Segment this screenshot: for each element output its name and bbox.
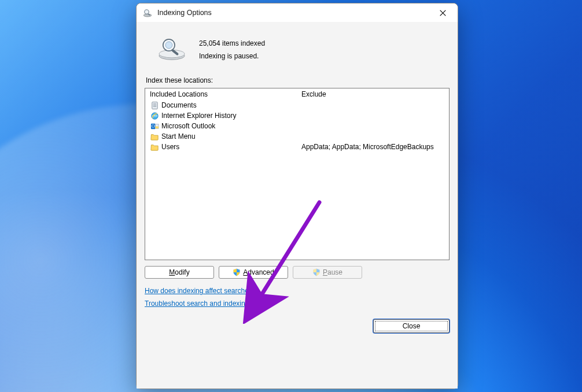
list-headers: Included Locations Exclude xyxy=(145,88,449,100)
svg-point-4 xyxy=(159,50,185,58)
document-icon xyxy=(150,101,159,110)
svg-point-6 xyxy=(165,42,172,49)
svg-point-0 xyxy=(143,14,152,17)
col-header-included[interactable]: Included Locations xyxy=(150,90,301,98)
locations-label: Index these locations: xyxy=(146,76,450,84)
row-name: Internet Explorer History xyxy=(161,112,236,120)
close-button[interactable]: Close xyxy=(373,319,450,333)
items-indexed-text: 25,054 items indexed xyxy=(199,37,265,50)
outlook-icon: O xyxy=(150,121,159,131)
indexing-icon xyxy=(142,8,153,18)
svg-point-1 xyxy=(145,10,149,14)
col-header-exclude[interactable]: Exclude xyxy=(301,90,444,98)
indexing-status-text: Indexing is paused. xyxy=(199,50,265,62)
svg-text:O: O xyxy=(151,124,154,129)
row-name: Documents xyxy=(161,101,197,109)
pause-button: Pause xyxy=(293,266,362,279)
folder-icon xyxy=(150,142,159,151)
button-label: Close xyxy=(403,322,421,330)
help-link[interactable]: How does indexing affect searches? xyxy=(145,287,256,295)
locations-listbox[interactable]: Included Locations Exclude Documents xyxy=(145,88,450,260)
indexing-options-window: Indexing Options xyxy=(136,3,458,389)
uac-shield-icon xyxy=(233,268,241,276)
button-label: Advanced xyxy=(243,268,274,276)
summary-area: 25,054 items indexed Indexing is paused. xyxy=(145,28,450,72)
folder-icon xyxy=(150,132,159,141)
desktop-background: Indexing Options xyxy=(0,0,582,392)
row-exclude: AppData; AppData; MicrosoftEdgeBackups xyxy=(301,143,444,151)
ie-icon xyxy=(150,111,159,120)
window-title: Indexing Options xyxy=(157,9,212,17)
list-row[interactable]: O Microsoft Outlook xyxy=(145,121,449,131)
svg-rect-16 xyxy=(155,126,159,128)
row-name: Users xyxy=(161,143,179,151)
button-label: Modify xyxy=(169,268,189,276)
titlebar-close-button[interactable] xyxy=(431,5,454,21)
list-row[interactable]: Internet Explorer History xyxy=(145,110,449,121)
troubleshoot-link[interactable]: Troubleshoot search and indexing xyxy=(145,299,249,308)
dialog-content: 25,054 items indexed Indexing is paused.… xyxy=(137,22,458,389)
list-row[interactable]: Documents xyxy=(145,100,449,110)
modify-button[interactable]: Modify xyxy=(145,266,214,279)
advanced-button[interactable]: Advanced xyxy=(219,266,288,279)
indexing-large-icon xyxy=(156,35,187,61)
button-row: Modify Advanced Pause xyxy=(145,266,450,279)
button-label: Pause xyxy=(323,268,342,276)
list-row[interactable]: Start Menu xyxy=(145,131,449,142)
row-name: Microsoft Outlook xyxy=(161,122,215,130)
close-icon xyxy=(440,10,446,16)
titlebar: Indexing Options xyxy=(137,3,458,22)
uac-shield-icon xyxy=(312,268,321,276)
row-name: Start Menu xyxy=(161,132,196,140)
help-links: How does indexing affect searches? Troub… xyxy=(145,284,450,310)
list-row[interactable]: Users AppData; AppData; MicrosoftEdgeBac… xyxy=(145,142,449,152)
